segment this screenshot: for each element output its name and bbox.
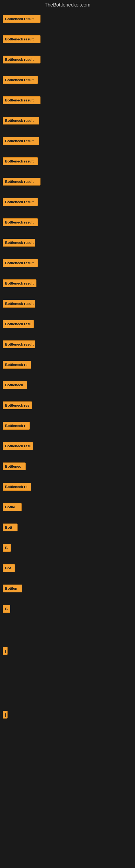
bottleneck-item-27: B xyxy=(3,544,11,552)
bottleneck-item-18: Bottleneck re xyxy=(3,361,31,369)
bottleneck-item-8: Bottleneck result xyxy=(3,157,38,165)
bottleneck-item-6: Bottleneck result xyxy=(3,117,39,124)
bottleneck-item-20: Bottleneck res xyxy=(3,401,32,409)
bottleneck-item-22: Bottleneck resu xyxy=(3,442,33,450)
bottleneck-item-12: Bottleneck result xyxy=(3,239,35,247)
bottleneck-item-21: Bottleneck r xyxy=(3,422,30,430)
spacer-35 xyxy=(0,676,135,687)
items-container: Bottleneck resultBottleneck resultBottle… xyxy=(0,10,135,732)
bottleneck-item-26: Bott xyxy=(3,524,17,531)
spacer-31 xyxy=(0,623,135,634)
bottleneck-item-19: Bottleneck xyxy=(3,381,27,389)
bottleneck-item-25: Bottle xyxy=(3,503,21,511)
bottleneck-item-28: Bot xyxy=(3,564,15,572)
spacer-34 xyxy=(0,665,135,676)
bottleneck-item-29: Bottlen xyxy=(3,585,22,592)
bottleneck-item-3: Bottleneck result xyxy=(3,56,41,63)
bottleneck-item-16: Bottleneck resu xyxy=(3,320,34,328)
spacer-37 xyxy=(0,698,135,709)
bottleneck-item-38: | xyxy=(3,711,8,718)
bottleneck-item-10: Bottleneck result xyxy=(3,198,38,206)
spacer-36 xyxy=(0,687,135,698)
site-title: TheBottlenecker.com xyxy=(0,0,135,10)
bottleneck-item-2: Bottleneck result xyxy=(3,35,41,43)
bottleneck-item-14: Bottleneck result xyxy=(3,279,37,287)
bottleneck-item-30: B xyxy=(3,605,10,613)
site-title-text: TheBottlenecker.com xyxy=(45,2,90,8)
bottleneck-item-11: Bottleneck result xyxy=(3,218,38,226)
bottleneck-item-23: Bottlenec xyxy=(3,463,26,470)
bottleneck-item-5: Bottleneck result xyxy=(3,96,41,104)
bottleneck-item-13: Bottleneck result xyxy=(3,259,38,267)
bottleneck-item-1: Bottleneck result xyxy=(3,15,41,23)
bottleneck-item-9: Bottleneck result xyxy=(3,178,41,186)
bottleneck-item-17: Bottleneck result xyxy=(3,340,35,348)
spacer-32 xyxy=(0,634,135,645)
bottleneck-item-15: Bottleneck result xyxy=(3,300,35,308)
bottleneck-item-33: | xyxy=(3,647,8,655)
bottleneck-item-7: Bottleneck result xyxy=(3,137,39,145)
bottleneck-item-4: Bottleneck result xyxy=(3,76,38,84)
bottleneck-item-24: Bottleneck re xyxy=(3,483,31,491)
